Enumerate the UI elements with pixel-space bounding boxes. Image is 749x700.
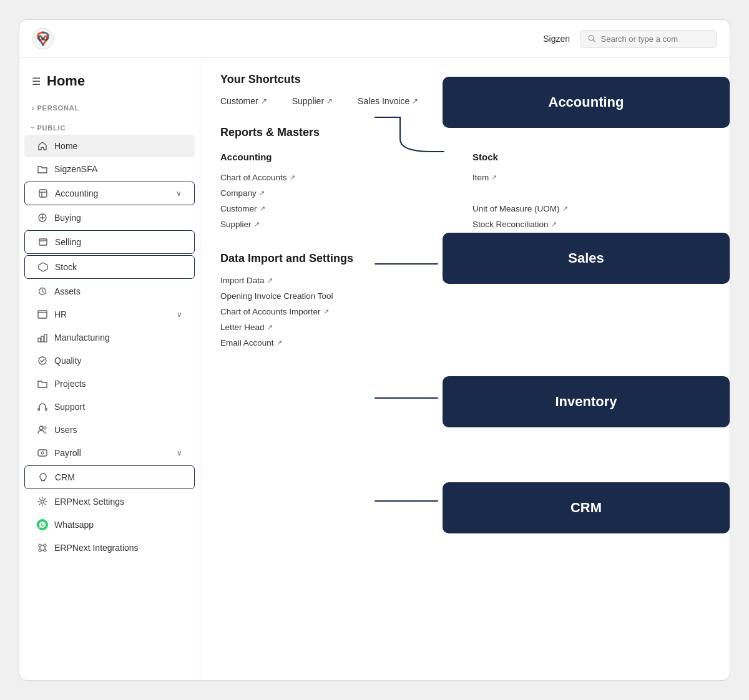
sidebar-item-manufacturing-label: Manufacturing	[54, 333, 182, 343]
assets-icon	[37, 286, 48, 297]
quality-icon	[37, 355, 48, 366]
svg-rect-16	[44, 334, 47, 342]
svg-point-21	[44, 427, 46, 429]
import-link-email-account[interactable]: Email Account↗	[220, 335, 710, 351]
topbar: Sigzen	[19, 20, 730, 58]
sidebar-item-assets[interactable]: Assets	[24, 280, 195, 303]
sidebar-item-users[interactable]: Users	[24, 419, 195, 441]
reports-section: Reports & Masters Accounting Chart of Ac…	[220, 126, 710, 232]
folder-icon	[37, 163, 48, 175]
sidebar-item-erpnext-settings[interactable]: ERPNext Settings	[24, 490, 195, 513]
svg-point-29	[44, 549, 46, 552]
svg-rect-12	[38, 311, 47, 318]
crm-module-card[interactable]: CRM	[443, 482, 730, 533]
search-input[interactable]	[601, 34, 709, 44]
sidebar-item-projects[interactable]: Projects	[24, 372, 195, 395]
sidebar-item-stock-label: Stock	[55, 262, 182, 272]
shortcut-supplier-label: Supplier	[292, 96, 324, 106]
report-link-company[interactable]: Company↗	[220, 185, 458, 201]
sidebar-item-buying[interactable]: Buying	[24, 207, 195, 229]
svg-point-20	[39, 426, 43, 430]
sidebar-item-support[interactable]: Support	[24, 396, 195, 418]
import-link-opening-invoice[interactable]: Opening Invoice Creation Tool	[220, 288, 710, 304]
sales-module-card[interactable]: Sales	[443, 233, 730, 284]
main-area: ☰ Home ›PERSONAL ›PUBLIC Home	[19, 58, 730, 680]
accounting-icon	[37, 188, 49, 199]
accounting-chevron-icon: ∨	[176, 189, 182, 198]
svg-point-28	[39, 549, 41, 552]
home-icon	[37, 140, 48, 152]
sidebar-item-home[interactable]: Home	[24, 135, 195, 157]
shortcut-sales-invoice-arrow: ↗	[412, 97, 418, 105]
logo-icon	[32, 27, 54, 50]
sidebar-item-home-label: Home	[54, 141, 182, 151]
erpnext-settings-icon	[37, 496, 48, 507]
crm-icon	[37, 472, 49, 483]
reports-col-stock: Stock Item↗ Warehouse Unit of Measure (U…	[472, 152, 710, 232]
sidebar-item-payroll[interactable]: Payroll ∨	[24, 442, 195, 464]
stock-icon	[37, 261, 49, 273]
accounting-module-card[interactable]: Accounting	[443, 77, 730, 128]
content-area: Your Shortcuts Customer ↗ Supplier ↗ Sal…	[200, 58, 730, 680]
sidebar-item-selling-label: Selling	[55, 237, 182, 247]
users-icon	[37, 424, 48, 435]
topbar-username: Sigzen	[543, 34, 570, 44]
projects-icon	[37, 378, 48, 389]
svg-line-2	[593, 40, 595, 42]
shortcut-sales-invoice-label: Sales Invoice	[358, 96, 409, 106]
sidebar-item-manufacturing[interactable]: Manufacturing	[24, 326, 195, 349]
personal-section-label: ›PERSONAL	[19, 99, 200, 114]
report-link-supplier[interactable]: Supplier↗	[220, 216, 458, 232]
shortcut-supplier-arrow: ↗	[326, 97, 333, 105]
hr-chevron-icon: ∨	[177, 310, 182, 319]
sidebar-item-users-label: Users	[54, 425, 182, 435]
hr-icon	[37, 309, 48, 320]
shortcut-supplier[interactable]: Supplier ↗	[292, 96, 333, 106]
reports-col-accounting-title: Accounting	[220, 152, 458, 162]
sidebar-item-accounting[interactable]: Accounting ∨	[24, 182, 195, 205]
integrations-icon	[37, 542, 48, 553]
shortcut-sales-invoice[interactable]: Sales Invoice ↗	[358, 96, 418, 106]
payroll-chevron-icon: ∨	[177, 449, 182, 457]
reports-col-accounting: Accounting Chart of Accounts↗ Company↗ C…	[220, 152, 458, 232]
app-container: Sigzen ☰ Home ›PERSONAL ›PUBLIC	[19, 19, 730, 681]
sidebar-item-quality-label: Quality	[54, 356, 182, 366]
sidebar-item-projects-label: Projects	[54, 379, 182, 389]
sidebar-item-crm-label: CRM	[55, 472, 182, 482]
sidebar-item-hr[interactable]: HR ∨	[24, 303, 195, 326]
sidebar-item-integrations-label: ERPNext Integrations	[54, 543, 182, 553]
whatsapp-icon	[37, 519, 48, 530]
reports-col-stock-title: Stock	[472, 152, 710, 162]
report-link-chart-of-accounts[interactable]: Chart of Accounts↗	[220, 170, 458, 185]
svg-rect-3	[39, 190, 47, 197]
svg-rect-22	[38, 450, 47, 456]
inventory-module-card[interactable]: Inventory	[443, 376, 730, 427]
reports-grid: Accounting Chart of Accounts↗ Company↗ C…	[220, 152, 710, 232]
shortcut-customer[interactable]: Customer ↗	[220, 96, 267, 106]
report-link-uom[interactable]: Unit of Measure (UOM)↗	[472, 201, 710, 216]
sidebar-item-selling[interactable]: Selling	[24, 230, 195, 254]
sidebar-item-sigzensfa[interactable]: SigzenSFA	[24, 158, 195, 180]
buying-icon	[37, 212, 48, 223]
hamburger-icon[interactable]: ☰	[32, 75, 41, 87]
import-link-chart-importer[interactable]: Chart of Accounts Importer↗	[220, 304, 710, 319]
sidebar-item-support-label: Support	[54, 402, 182, 412]
svg-rect-18	[38, 408, 40, 411]
svg-point-26	[39, 544, 41, 547]
import-link-letter-head[interactable]: Letter Head↗	[220, 319, 710, 335]
sidebar-item-stock[interactable]: Stock	[24, 255, 195, 279]
report-link-customer[interactable]: Customer↗	[220, 201, 458, 216]
svg-rect-19	[46, 408, 47, 411]
support-icon	[37, 401, 48, 412]
shortcut-customer-arrow: ↗	[261, 97, 267, 105]
search-bar[interactable]	[580, 30, 717, 48]
sidebar-item-quality[interactable]: Quality	[24, 349, 195, 372]
report-link-item[interactable]: Item↗	[472, 170, 710, 185]
public-section-label: ›PUBLIC	[19, 119, 200, 134]
sidebar-item-erpnext-integrations[interactable]: ERPNext Integrations	[24, 537, 195, 559]
sidebar-item-assets-label: Assets	[54, 286, 182, 296]
page-header: ☰ Home	[19, 68, 200, 99]
report-link-stock-reconciliation[interactable]: Stock Reconciliation↗	[472, 216, 710, 232]
sidebar-item-whatsapp[interactable]: Whatsapp	[24, 513, 195, 536]
sidebar-item-crm[interactable]: CRM	[24, 465, 195, 489]
